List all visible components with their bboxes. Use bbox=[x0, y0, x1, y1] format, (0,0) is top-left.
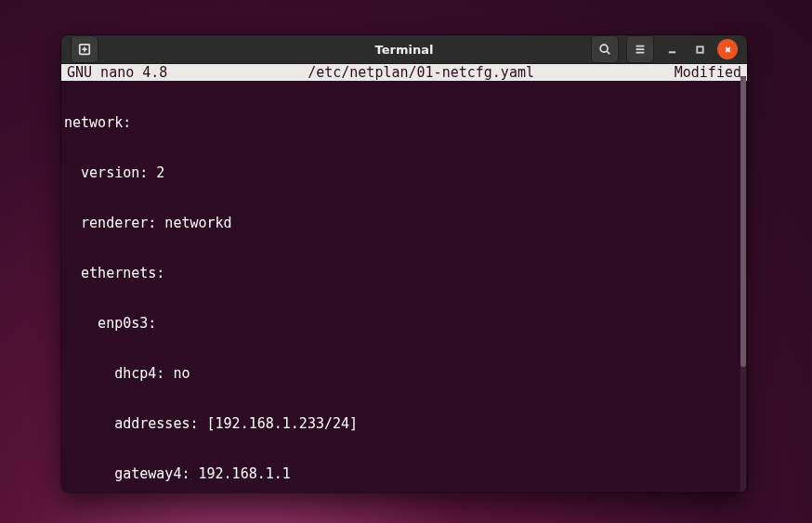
svg-rect-9 bbox=[697, 46, 702, 52]
line: dhcp4: no bbox=[64, 365, 744, 382]
editor-content[interactable]: network: version: 2 renderer: networkd e… bbox=[61, 81, 747, 492]
search-button[interactable] bbox=[591, 35, 619, 63]
menu-button[interactable] bbox=[626, 35, 654, 63]
nano-app: GNU nano 4.8 bbox=[67, 64, 167, 81]
new-tab-button[interactable] bbox=[71, 35, 98, 63]
scrollbar-thumb[interactable] bbox=[740, 76, 746, 367]
maximize-button[interactable] bbox=[689, 39, 710, 59]
nano-header: GNU nano 4.8 /etc/netplan/01-netcfg.yaml… bbox=[61, 64, 747, 81]
svg-point-3 bbox=[600, 45, 608, 52]
window-title: Terminal bbox=[375, 43, 434, 57]
nano-filename: /etc/netplan/01-netcfg.yaml bbox=[308, 64, 534, 81]
line: addresses: [192.168.1.233/24] bbox=[64, 415, 744, 432]
line: gateway4: 192.168.1.1 bbox=[64, 465, 744, 482]
svg-line-4 bbox=[607, 51, 609, 54]
line: enp0s3: bbox=[64, 315, 744, 332]
line: ethernets: bbox=[64, 265, 744, 281]
terminal-body[interactable]: GNU nano 4.8 /etc/netplan/01-netcfg.yaml… bbox=[61, 64, 747, 492]
terminal-window: Terminal GNU nano 4.8 /etc/netplan/01-ne… bbox=[61, 35, 747, 492]
minimize-button[interactable] bbox=[661, 39, 682, 59]
scrollbar[interactable] bbox=[740, 76, 746, 491]
titlebar: Terminal bbox=[61, 35, 747, 64]
line: version: 2 bbox=[64, 164, 744, 181]
nano-status: Modified bbox=[674, 64, 741, 81]
line: renderer: networkd bbox=[64, 215, 744, 231]
line: network: bbox=[64, 114, 744, 131]
close-button[interactable] bbox=[717, 39, 738, 59]
